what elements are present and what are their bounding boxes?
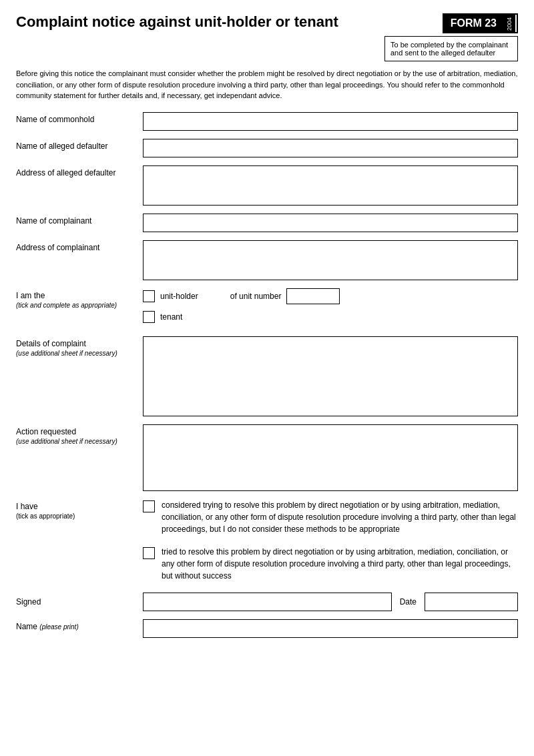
i-have-option1-text: considered trying to resolve this proble… xyxy=(162,499,518,535)
signed-row: Signed Date xyxy=(16,593,518,611)
unit-number-input[interactable] xyxy=(286,288,340,304)
i-have-options: considered trying to resolve this proble… xyxy=(143,499,518,582)
address-of-complainant-row: Address of complainant xyxy=(16,240,518,280)
name-print-row: Name (please print) xyxy=(16,619,518,638)
i-have-label: I have (tick as appropriate) xyxy=(16,499,143,520)
form-badge-year: 2004 xyxy=(503,15,517,32)
form-badge-container: FORM 23 2004 To be completed by the comp… xyxy=(384,13,518,61)
action-requested-row: Action requested (use additional sheet i… xyxy=(16,424,518,491)
details-of-complaint-input[interactable] xyxy=(143,336,518,416)
name-print-input[interactable] xyxy=(143,619,518,638)
address-of-alleged-defaulter-row: Address of alleged defaulter xyxy=(16,165,518,206)
address-of-complainant-label: Address of complainant xyxy=(16,240,143,252)
unit-holder-label: unit-holder xyxy=(160,292,198,301)
address-of-alleged-defaulter-input[interactable] xyxy=(143,165,518,206)
name-print-label: Name (please print) xyxy=(16,619,143,631)
signed-input[interactable] xyxy=(143,593,392,611)
intro-text: Before giving this notice the complainan… xyxy=(16,68,518,101)
of-unit-number-label: of unit number xyxy=(230,292,282,301)
name-of-complainant-row: Name of complainant xyxy=(16,214,518,232)
signed-label: Signed xyxy=(16,597,143,607)
i-have-option1-row: considered trying to resolve this proble… xyxy=(143,499,518,535)
date-label: Date xyxy=(392,597,425,607)
unit-holder-row: unit-holder of unit number xyxy=(143,288,340,304)
name-of-commonhold-input[interactable] xyxy=(143,112,518,131)
form-badge: FORM 23 2004 xyxy=(443,13,518,33)
name-of-alleged-defaulter-row: Name of alleged defaulter xyxy=(16,139,518,157)
date-input[interactable] xyxy=(425,593,518,611)
tenant-label: tenant xyxy=(160,312,182,322)
name-of-alleged-defaulter-input[interactable] xyxy=(143,139,518,157)
i-am-the-options: unit-holder of unit number tenant xyxy=(143,288,340,323)
i-have-row: I have (tick as appropriate) considered … xyxy=(16,499,518,582)
tenant-checkbox[interactable] xyxy=(143,311,155,323)
i-have-option1-checkbox[interactable] xyxy=(143,500,155,512)
details-of-complaint-row: Details of complaint (use additional she… xyxy=(16,336,518,416)
action-requested-label: Action requested (use additional sheet i… xyxy=(16,424,143,446)
form-instructions-box: To be completed by the complainant and s… xyxy=(384,36,518,61)
i-have-option2-text: tried to resolve this problem by direct … xyxy=(162,546,518,582)
name-of-complainant-input[interactable] xyxy=(143,214,518,232)
i-am-the-label: I am the (tick and complete as appropria… xyxy=(16,288,143,310)
details-of-complaint-label: Details of complaint (use additional she… xyxy=(16,336,143,358)
action-requested-input[interactable] xyxy=(143,424,518,491)
name-of-commonhold-label: Name of commonhold xyxy=(16,112,143,124)
address-of-complainant-input[interactable] xyxy=(143,240,518,280)
header: Complaint notice against unit-holder or … xyxy=(16,13,518,61)
tenant-row: tenant xyxy=(143,311,340,323)
name-of-complainant-label: Name of complainant xyxy=(16,214,143,226)
form-badge-label: FORM 23 xyxy=(444,15,503,32)
name-of-commonhold-row: Name of commonhold xyxy=(16,112,518,131)
unit-holder-checkbox[interactable] xyxy=(143,290,155,302)
address-of-alleged-defaulter-label: Address of alleged defaulter xyxy=(16,165,143,177)
i-am-the-row: I am the (tick and complete as appropria… xyxy=(16,288,518,323)
name-of-alleged-defaulter-label: Name of alleged defaulter xyxy=(16,139,143,151)
page-title: Complaint notice against unit-holder or … xyxy=(16,13,384,31)
i-have-option2-row: tried to resolve this problem by direct … xyxy=(143,546,518,582)
i-have-option2-checkbox[interactable] xyxy=(143,547,155,559)
